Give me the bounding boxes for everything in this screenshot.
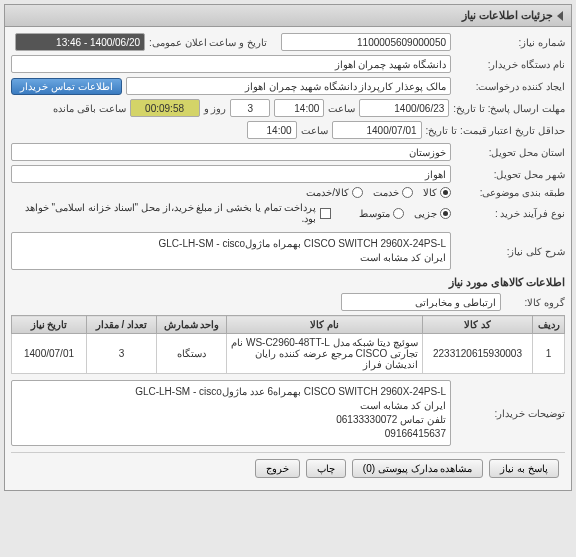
need-no-label: شماره نیاز: xyxy=(455,37,565,48)
category-label: طبقه بندی موضوعی: xyxy=(455,187,565,198)
radio-service[interactable] xyxy=(402,187,413,198)
creator-field: مالک پوعذار کارپرداز دانشگاه شهید چمران … xyxy=(126,77,451,95)
need-no-field: 1100005609000050 xyxy=(281,33,451,51)
deadline-label: مهلت ارسال پاسخ: تا تاریخ: xyxy=(453,103,565,114)
buyer-contact-button[interactable]: اطلاعات تماس خریدار xyxy=(11,78,122,95)
buyer-notes-label: توضیحات خریدار: xyxy=(455,408,565,419)
validity-time: 14:00 xyxy=(247,121,297,139)
footer-bar: پاسخ به نیاز مشاهده مدارک پیوستی (0) چاپ… xyxy=(11,452,565,484)
cell-unit: دستگاه xyxy=(157,334,227,374)
goods-section-title: اطلاعات کالاهای مورد نیاز xyxy=(11,276,565,289)
buyer-notes-text: CISCO SWITCH 2960X-24PS-L بهمراه6 عدد ما… xyxy=(11,380,451,446)
days-field: 3 xyxy=(230,99,270,117)
city-field: اهواز xyxy=(11,165,451,183)
province-label: استان محل تحویل: xyxy=(455,147,565,158)
process-label: نوع فرآیند خرید : xyxy=(455,208,565,219)
th-idx: ردیف xyxy=(533,316,565,334)
deadline-time: 14:00 xyxy=(274,99,324,117)
buyer-org-field: دانشگاه شهید چمران اهواز xyxy=(11,55,451,73)
validity-date: 1400/07/01 xyxy=(332,121,422,139)
th-code: کد کالا xyxy=(423,316,533,334)
table-row[interactable]: 1 2233120615930003 سوئیچ دیتا شبکه مدل W… xyxy=(12,334,565,374)
category-radios: کالا خدمت کالا/خدمت xyxy=(306,187,451,198)
process-radios: جزیی متوسط xyxy=(359,208,451,219)
treasury-checkbox[interactable] xyxy=(320,208,331,219)
remaining-time: 00:09:58 xyxy=(130,99,200,117)
radio-goods[interactable] xyxy=(440,187,451,198)
creator-label: ایجاد کننده درخواست: xyxy=(455,81,565,92)
attachments-button[interactable]: مشاهده مدارک پیوستی (0) xyxy=(352,459,484,478)
time-label-1: ساعت xyxy=(328,103,355,114)
deadline-date: 1400/06/23 xyxy=(359,99,449,117)
th-date: تاریخ نیاز xyxy=(12,316,87,334)
th-unit: واحد شمارش xyxy=(157,316,227,334)
th-qty: تعداد / مقدار xyxy=(87,316,157,334)
group-label: گروه کالا: xyxy=(505,297,565,308)
desc-label: شرح کلی نیاز: xyxy=(455,246,565,257)
main-panel: جزئیات اطلاعات نیاز شماره نیاز: 11000056… xyxy=(4,4,572,491)
panel-title: جزئیات اطلاعات نیاز xyxy=(462,9,553,22)
th-name: نام کالا xyxy=(227,316,423,334)
reply-button[interactable]: پاسخ به نیاز xyxy=(489,459,559,478)
radio-both[interactable] xyxy=(352,187,363,198)
cell-idx: 1 xyxy=(533,334,565,374)
panel-header: جزئیات اطلاعات نیاز xyxy=(5,5,571,27)
time-label-2: ساعت xyxy=(301,125,328,136)
goods-table: ردیف کد کالا نام کالا واحد شمارش تعداد /… xyxy=(11,315,565,374)
collapse-icon[interactable] xyxy=(557,11,563,21)
days-label: روز و xyxy=(204,103,227,114)
remaining-label: ساعت باقی مانده xyxy=(53,103,126,114)
panel-body: شماره نیاز: 1100005609000050 تاریخ و ساع… xyxy=(5,27,571,490)
table-header-row: ردیف کد کالا نام کالا واحد شمارش تعداد /… xyxy=(12,316,565,334)
exit-button[interactable]: خروج xyxy=(255,459,300,478)
province-field: خوزستان xyxy=(11,143,451,161)
announce-label: تاریخ و ساعت اعلان عمومی: xyxy=(149,37,267,48)
cell-qty: 3 xyxy=(87,334,157,374)
radio-medium[interactable] xyxy=(393,208,404,219)
payment-note: پرداخت تمام یا بخشی از مبلغ خرید،از محل … xyxy=(11,202,316,224)
city-label: شهر محل تحویل: xyxy=(455,169,565,180)
cell-date: 1400/07/01 xyxy=(12,334,87,374)
announce-field: 1400/06/20 - 13:46 xyxy=(15,33,145,51)
cell-code: 2233120615930003 xyxy=(423,334,533,374)
print-button[interactable]: چاپ xyxy=(306,459,346,478)
desc-text: CISCO SWITCH 2960X-24PS-L بهمراه ماژولGL… xyxy=(11,232,451,270)
buyer-org-label: نام دستگاه خریدار: xyxy=(455,59,565,70)
group-field: ارتباطی و مخابراتی xyxy=(341,293,501,311)
cell-name: سوئیچ دیتا شبکه مدل WS-C2960-48TT-L نام … xyxy=(227,334,423,374)
radio-minor[interactable] xyxy=(440,208,451,219)
validity-label: حداقل تاریخ اعتبار قیمت: تا تاریخ: xyxy=(426,125,565,136)
